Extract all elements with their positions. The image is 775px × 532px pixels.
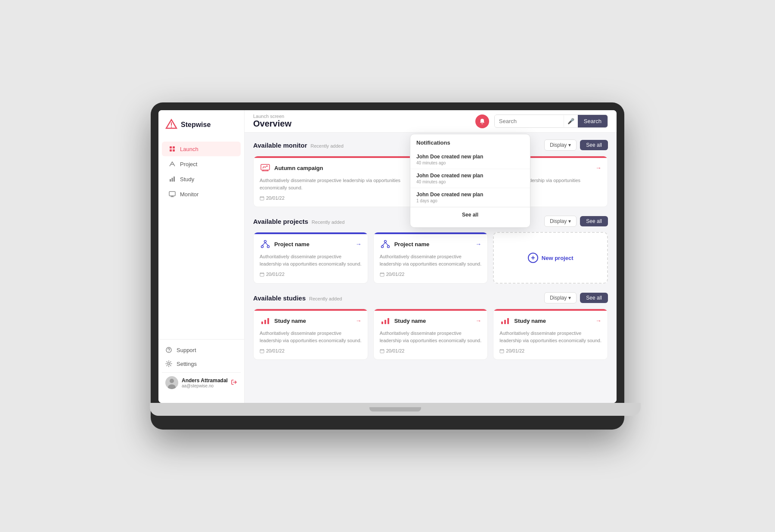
- project-card-title-1: Project name: [394, 241, 430, 247]
- sidebar-bottom: Support Settings: [158, 339, 244, 396]
- notif-time-1: 40 minutes ago: [416, 179, 524, 184]
- svg-rect-32: [381, 322, 383, 324]
- notification-item-1[interactable]: John Doe created new plan 40 minutes ago: [410, 169, 530, 188]
- monitor-card-header-0: Autumn campaign →: [260, 162, 422, 173]
- new-project-card[interactable]: + New project: [493, 232, 608, 284]
- monitor-card-title-row-0: Autumn campaign: [260, 162, 323, 173]
- monitor-section-title: Available monitor: [253, 142, 307, 149]
- projects-title-group: Available projects Recently added: [253, 218, 344, 225]
- project-icon: [169, 161, 176, 167]
- sidebar-settings[interactable]: Settings: [162, 357, 241, 371]
- studies-display-button[interactable]: Display ▾: [544, 292, 577, 303]
- svg-rect-4: [173, 146, 175, 148]
- svg-rect-36: [504, 320, 506, 324]
- search-button[interactable]: Search: [578, 115, 608, 127]
- study-card-arrow-2[interactable]: →: [595, 317, 601, 324]
- study-card-2: Study name → Authoritatively disseminate…: [493, 309, 608, 360]
- monitor-card-arrow-1[interactable]: →: [595, 164, 601, 171]
- sidebar-item-monitor[interactable]: Monitor: [162, 187, 241, 201]
- header-right: 🎤 Search: [475, 114, 608, 128]
- sidebar-item-project[interactable]: Project: [162, 157, 241, 171]
- project-card-arrow-1[interactable]: →: [475, 241, 481, 247]
- notification-dropdown: Notifications John Doe created new plan …: [410, 134, 530, 228]
- svg-rect-8: [172, 178, 173, 182]
- mic-icon: 🎤: [564, 115, 578, 127]
- sidebar-item-launch[interactable]: Launch: [162, 142, 241, 156]
- study-card-icon-1: [380, 315, 391, 326]
- studies-title-group: Available studies Recently added: [253, 294, 342, 302]
- study-card-0: Study name → Authoritatively disseminate…: [253, 309, 368, 360]
- svg-line-23: [265, 243, 268, 246]
- projects-see-all-button[interactable]: See all: [580, 216, 608, 226]
- notif-see-all[interactable]: See all: [410, 207, 530, 222]
- monitor-card-desc-0: Authoritatively disseminate prospective …: [260, 177, 422, 191]
- new-project-label: New project: [542, 255, 574, 261]
- svg-point-12: [168, 351, 169, 352]
- study-card-arrow-1[interactable]: →: [475, 317, 481, 324]
- launch-icon: [169, 145, 176, 152]
- studies-section-header: Available studies Recently added Display…: [253, 292, 608, 303]
- project-card-arrow-0[interactable]: →: [356, 241, 362, 247]
- study-card-title-1: Study name: [394, 318, 426, 324]
- notifications-bell[interactable]: [475, 114, 489, 128]
- study-card-title-2: Study name: [514, 318, 546, 324]
- monitor-see-all-button[interactable]: See all: [580, 140, 608, 150]
- study-card-header-2: Study name →: [499, 315, 601, 326]
- notif-time-0: 40 minutes ago: [416, 161, 524, 165]
- sidebar-item-monitor-label: Monitor: [180, 191, 198, 198]
- monitor-display-button[interactable]: Display ▾: [544, 139, 577, 151]
- monitor-title-group: Available monitor Recently added: [253, 142, 344, 149]
- project-card-icon-0: [260, 238, 271, 250]
- sidebar-support[interactable]: Support: [162, 343, 241, 357]
- notification-item-2[interactable]: John Doe created new plan 1 days ago: [410, 188, 530, 207]
- project-card-title-row-1: Project name: [380, 238, 430, 250]
- project-card-header-1: Project name →: [380, 238, 482, 250]
- notification-item-0[interactable]: John Doe created new plan 40 minutes ago: [410, 150, 530, 169]
- study-card-bar-2: [493, 309, 608, 311]
- project-card-bar-1: [374, 232, 488, 234]
- project-card-date-0: 20/01/22: [260, 272, 362, 277]
- nav-items: Launch Project: [158, 138, 244, 339]
- study-card-title-row-2: Study name: [499, 315, 546, 326]
- sidebar: Stepwise Launch: [158, 110, 245, 403]
- study-card-desc-2: Authoritatively disseminate prospective …: [499, 330, 601, 344]
- study-card-header-1: Study name →: [380, 315, 482, 326]
- study-card-icon-2: [499, 315, 511, 326]
- study-card-bar-0: [254, 309, 368, 311]
- page-title: Overview: [253, 119, 291, 129]
- logout-icon[interactable]: [231, 379, 237, 387]
- svg-rect-3: [170, 146, 172, 148]
- projects-display-button[interactable]: Display ▾: [544, 216, 577, 227]
- study-card-date-1: 20/01/22: [380, 348, 482, 353]
- svg-point-15: [170, 379, 174, 383]
- new-project-inner: + New project: [528, 253, 574, 263]
- sidebar-item-study[interactable]: Study: [162, 172, 241, 186]
- study-card-desc-0: Authoritatively disseminate prospective …: [260, 330, 362, 344]
- project-card-header-0: Project name →: [260, 238, 362, 250]
- projects-section-actions: Display ▾ See all: [544, 216, 608, 227]
- search-input[interactable]: [495, 115, 564, 127]
- svg-rect-34: [388, 318, 389, 324]
- project-card-title-row-0: Project name: [260, 238, 310, 250]
- laptop-frame: Stepwise Launch: [151, 102, 624, 430]
- svg-rect-6: [173, 149, 175, 152]
- study-card-arrow-0[interactable]: →: [356, 317, 362, 324]
- svg-rect-5: [170, 149, 172, 152]
- svg-line-27: [382, 243, 385, 246]
- svg-rect-35: [501, 322, 503, 324]
- svg-rect-7: [170, 179, 171, 182]
- svg-point-13: [168, 363, 170, 365]
- projects-cards-grid: Project name → Authoritatively dissemina…: [253, 232, 608, 284]
- studies-section: Available studies Recently added Display…: [253, 292, 608, 360]
- project-card-desc-0: Authoritatively disseminate prospective …: [260, 253, 362, 267]
- studies-section-title: Available studies: [253, 294, 306, 302]
- sidebar-item-launch-label: Launch: [180, 146, 198, 152]
- breadcrumb: Launch screen: [253, 114, 291, 119]
- user-avatar: [165, 376, 178, 389]
- new-project-plus-icon: +: [528, 253, 538, 263]
- studies-see-all-button[interactable]: See all: [580, 293, 608, 303]
- svg-rect-33: [384, 320, 386, 324]
- main-content: Launch screen Overview 🎤: [245, 110, 617, 403]
- settings-icon: [165, 360, 172, 367]
- laptop-base: [150, 403, 641, 416]
